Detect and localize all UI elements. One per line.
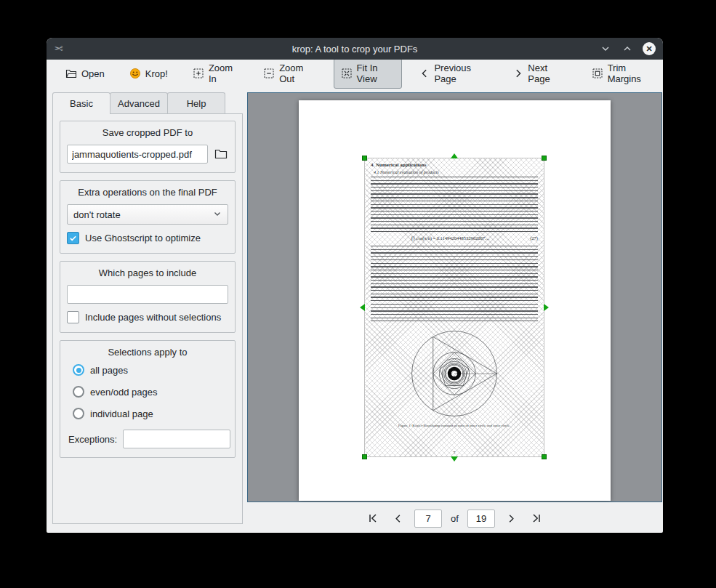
- individual-page-row: individual page: [73, 408, 228, 419]
- check-icon: [69, 234, 77, 242]
- fit-in-view-label: Fit In View: [357, 63, 395, 84]
- minimize-icon[interactable]: [599, 42, 612, 55]
- selection-arrow-right[interactable]: [544, 304, 549, 311]
- save-group: Save cropped PDF to: [60, 121, 236, 173]
- zoom-in-button[interactable]: Zoom In: [185, 58, 246, 89]
- close-icon[interactable]: ✕: [643, 42, 656, 55]
- of-label: of: [451, 513, 459, 524]
- even-odd-label: even/odd pages: [90, 387, 158, 398]
- trim-margins-label: Trim Margins: [608, 63, 656, 84]
- individual-page-radio[interactable]: [73, 408, 84, 419]
- selection-handle-top-right[interactable]: [542, 156, 547, 161]
- first-page-icon: [367, 512, 379, 524]
- next-page-label: Next Page: [528, 63, 566, 84]
- kepler-bouwkamp-figure: [406, 326, 502, 422]
- current-page-input[interactable]: [414, 510, 442, 528]
- exceptions-input[interactable]: [123, 430, 230, 448]
- krop-button[interactable]: Krop!: [122, 63, 175, 84]
- open-label: Open: [81, 68, 105, 79]
- maximize-icon[interactable]: [621, 42, 634, 55]
- ghostscript-row: Use Ghostscript to optimize: [67, 232, 228, 244]
- folder-icon: [214, 148, 228, 160]
- pdf-view: 4. Numerical applications 4.1 Numerical …: [247, 92, 662, 502]
- window-title: krop: A tool to crop your PDFs: [47, 44, 663, 55]
- titlebar: ✂ krop: A tool to crop your PDFs ✕: [47, 38, 663, 60]
- smiley-icon: [129, 68, 141, 79]
- krop-label: Krop!: [145, 68, 168, 79]
- save-group-title: Save cropped PDF to: [67, 125, 228, 145]
- rotate-dropdown[interactable]: don't rotate: [67, 204, 228, 225]
- file-picker-button[interactable]: [213, 145, 228, 163]
- next-page-button[interactable]: Next Page: [506, 58, 574, 89]
- first-page-button[interactable]: [365, 510, 381, 526]
- tab-help[interactable]: Help: [167, 92, 225, 113]
- fit-in-view-icon: [341, 68, 353, 79]
- subsection-heading: 4.1 Numerical evaluation of products: [374, 170, 538, 174]
- figure-caption: Figure 1: Kepler-Bouwkamp constant as ra…: [371, 424, 538, 427]
- save-filename-input[interactable]: [67, 145, 208, 164]
- pages-group-title: Which pages to include: [67, 265, 228, 285]
- selection-handle-bottom-left[interactable]: [362, 454, 367, 459]
- chevron-left-icon: [393, 513, 403, 524]
- zoom-out-label: Zoom Out: [279, 63, 315, 84]
- formula-row: ∏ cos(π/n) = 0.1149420448532962007… (27): [371, 235, 538, 241]
- chevron-left-icon: [419, 68, 430, 78]
- selection-handle-top-left[interactable]: [362, 156, 367, 161]
- selection-handle-bottom-right[interactable]: [542, 454, 547, 459]
- pdf-page-number: 7: [371, 451, 538, 455]
- selection-arrow-left[interactable]: [360, 304, 365, 311]
- selections-group-title: Selections apply to: [67, 345, 228, 364]
- all-pages-row: all pages: [73, 364, 228, 376]
- pages-input[interactable]: [67, 285, 228, 304]
- extra-operations-group: Extra operations on the final PDF don't …: [60, 180, 236, 254]
- equation-number: (27): [530, 235, 538, 241]
- all-pages-label: all pages: [90, 365, 128, 376]
- tab-basic[interactable]: Basic: [52, 92, 110, 114]
- previous-page-nav-button[interactable]: [390, 510, 406, 526]
- pages-include-group: Which pages to include Include pages wit…: [60, 261, 236, 333]
- next-page-nav-button[interactable]: [504, 510, 520, 526]
- open-button[interactable]: Open: [58, 63, 112, 84]
- zoom-in-icon: [193, 68, 204, 79]
- selections-apply-group: Selections apply to all pages even/odd p…: [60, 340, 236, 458]
- include-pages-checkbox[interactable]: [67, 311, 79, 323]
- formula-text: ∏ cos(π/n) = 0.1149420448532962007…: [371, 235, 530, 241]
- chevron-down-icon: [213, 209, 222, 220]
- even-odd-radio[interactable]: [73, 386, 84, 398]
- zoom-in-label: Zoom In: [209, 63, 238, 84]
- total-pages-display: [467, 510, 495, 528]
- trim-margins-button[interactable]: Trim Margins: [584, 58, 663, 89]
- figure-wrap: [371, 326, 538, 422]
- individual-page-label: individual page: [90, 408, 153, 419]
- chevron-right-icon: [506, 513, 517, 524]
- ghostscript-label: Use Ghostscript to optimize: [85, 233, 201, 243]
- exceptions-label: Exceptions:: [68, 434, 117, 445]
- pdf-page[interactable]: 4. Numerical applications 4.1 Numerical …: [299, 100, 611, 501]
- last-page-icon: [531, 512, 542, 524]
- section-heading: 4. Numerical applications: [371, 162, 538, 168]
- main-toolbar: Open Krop! Zoom In Zoom Out Fit In View: [47, 60, 663, 87]
- paragraph-placeholder: [371, 177, 538, 232]
- crop-selection[interactable]: 4. Numerical applications 4.1 Numerical …: [364, 158, 544, 457]
- paragraph-placeholder: [371, 246, 538, 321]
- rotate-dropdown-value: don't rotate: [73, 209, 121, 220]
- fit-in-view-button[interactable]: Fit In View: [334, 58, 403, 89]
- even-odd-row: even/odd pages: [73, 386, 228, 398]
- last-page-button[interactable]: [528, 510, 544, 526]
- selection-arrow-top[interactable]: [451, 153, 458, 158]
- ghostscript-checkbox[interactable]: [67, 232, 79, 244]
- sidebar-tabbar: Basic Advanced Help: [52, 92, 225, 114]
- selection-arrow-bottom[interactable]: [451, 456, 458, 462]
- previous-page-label: Previous Page: [434, 63, 488, 84]
- all-pages-radio[interactable]: [73, 364, 84, 376]
- extra-group-title: Extra operations on the final PDF: [67, 185, 228, 204]
- folder-open-icon: [65, 68, 77, 79]
- tab-advanced[interactable]: Advanced: [110, 92, 168, 113]
- previous-page-button[interactable]: Previous Page: [412, 58, 496, 89]
- zoom-out-button[interactable]: Zoom Out: [256, 58, 323, 89]
- chevron-right-icon: [513, 68, 523, 78]
- app-window: ✂ krop: A tool to crop your PDFs ✕ Open …: [47, 38, 663, 533]
- page-navigation: of: [247, 507, 662, 529]
- zoom-out-icon: [263, 68, 275, 79]
- include-pages-row: Include pages without selections: [67, 311, 228, 323]
